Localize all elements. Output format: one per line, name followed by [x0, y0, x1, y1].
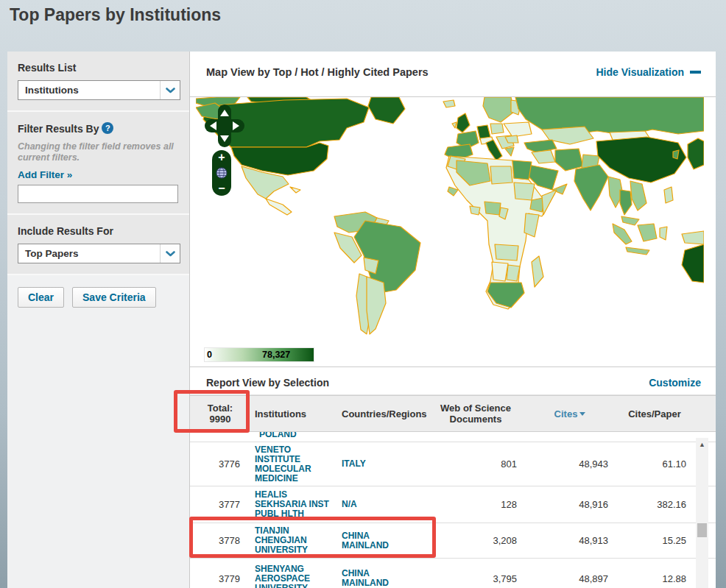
table-row: 3779SHENYANG AEROSPACE UNIVERSITYCHINA M… [190, 559, 716, 588]
row-rank: 3779 [190, 573, 250, 584]
row-country[interactable]: ITALY [337, 459, 427, 469]
row-documents: 3,208 [427, 535, 524, 546]
include-results-select[interactable]: Top Papers [18, 244, 180, 263]
total-header: Total: 9990 [190, 403, 250, 425]
report-title: Report View by Selection [206, 377, 329, 394]
clear-button[interactable]: Clear [18, 287, 64, 308]
row-rank: 3778 [190, 535, 250, 546]
page: Top Papers by Institutions Results List … [0, 0, 726, 588]
row-rank: 3776 [190, 458, 250, 470]
include-results-value: Top Papers [18, 248, 160, 259]
map-country-turkey [524, 140, 557, 152]
map-country-greenland [368, 97, 405, 124]
map-countries[interactable] [196, 97, 704, 334]
chevron-down-icon[interactable] [160, 244, 180, 263]
clipped-institution-text: POLAND [255, 432, 297, 439]
row-country[interactable]: CHINA MAINLAND [337, 531, 427, 550]
world-map-svg[interactable] [196, 97, 704, 343]
legend-max-value: 78,327 [262, 350, 290, 360]
column-header-cites[interactable]: Cites [524, 408, 616, 419]
map-panel: Map View by Top / Hot / Highly Cited Pap… [190, 52, 716, 367]
legend-min-value: 0 [207, 350, 212, 360]
hide-visualization-link[interactable]: Hide Visualization [596, 66, 701, 78]
row-cites: 48,943 [524, 458, 616, 470]
map-country-japan [688, 138, 704, 169]
column-header-institutions: Institutions [250, 408, 337, 419]
filter-note: Changing the filter field removes all cu… [18, 141, 180, 163]
table-row: 3777HEALIS SEKHSARIA INST PUBL HLTHN/A12… [190, 486, 716, 523]
row-country[interactable]: N/A [337, 500, 427, 509]
save-criteria-button[interactable]: Save Criteria [72, 287, 156, 308]
globe-icon[interactable] [216, 167, 228, 179]
map-country-china [596, 137, 686, 183]
zoom-in-icon[interactable]: + [218, 152, 225, 163]
sort-caret-icon [579, 412, 585, 416]
row-institution[interactable]: HEALIS SEKHSARIA INST PUBL HLTH [250, 490, 337, 519]
sidebar-buttons: Clear Save Criteria [7, 275, 189, 318]
map-country-egypt [512, 160, 532, 180]
column-header-cites-per-paper: Cites/Paper [616, 408, 694, 419]
map-zoom-control[interactable]: + − [212, 150, 231, 196]
results-list-label: Results List [18, 62, 180, 74]
table-row: 3776VENETO INSTITUTE MOLECULAR MEDICINEI… [190, 442, 716, 486]
results-list-select[interactable]: Institutions [18, 80, 180, 100]
main-area: Map View by Top / Hot / Highly Cited Pap… [190, 52, 716, 588]
filter-input[interactable] [18, 185, 178, 203]
row-country[interactable]: CHINA MAINLAND [337, 569, 427, 588]
column-header-countries: Countries/Regions [337, 408, 427, 419]
map-country-australia [682, 244, 704, 283]
row-cites-per-paper: 382.16 [616, 499, 694, 510]
row-rank: 3777 [190, 499, 250, 510]
row-institution[interactable]: SHENYANG AEROSPACE UNIVERSITY [250, 564, 337, 588]
row-institution[interactable]: VENETO INSTITUTE MOLECULAR MEDICINE [250, 445, 337, 483]
results-list-section: Results List Institutions [7, 52, 189, 112]
map-pan-control[interactable] [203, 103, 246, 149]
chevron-down-icon[interactable] [160, 81, 180, 99]
minus-icon [690, 71, 701, 74]
table-row: 3778TIANJIN CHENGJIAN UNIVERSITYCHINA MA… [190, 523, 716, 559]
map-title: Map View by Top / Hot / Highly Cited Pap… [206, 66, 429, 78]
table-header-row: Total: 9990 Institutions Countries/Regio… [190, 395, 716, 432]
include-results-label: Include Results For [18, 225, 180, 237]
map-legend: 0 78,327 [204, 347, 314, 362]
map-country-madagascar [532, 256, 543, 287]
map-country-india [574, 165, 608, 210]
page-title: Top Papers by Institutions [10, 5, 221, 25]
row-cites-per-paper: 12.88 [616, 573, 694, 584]
results-list-value: Institutions [18, 85, 160, 96]
row-documents: 128 [427, 499, 524, 510]
content-wrapper: Results List Institutions Filter Results… [7, 52, 716, 588]
table-scrollbar[interactable]: ▲ [696, 438, 708, 588]
customize-link[interactable]: Customize [649, 377, 701, 394]
report-header: Report View by Selection Customize [190, 367, 716, 395]
add-filter-link[interactable]: Add Filter » [18, 169, 180, 180]
table-row-clipped: POLAND [190, 432, 716, 442]
row-cites: 48,913 [524, 535, 616, 546]
world-map: + − [190, 97, 716, 343]
help-icon[interactable]: ? [102, 122, 113, 134]
row-documents: 3,795 [427, 573, 524, 584]
map-country-nigeria [484, 202, 501, 215]
filter-section: Filter Results By? Changing the filter f… [7, 112, 189, 215]
row-cites-per-paper: 61.10 [616, 458, 694, 470]
filter-label: Filter Results By? [18, 122, 180, 135]
row-documents: 801 [427, 458, 524, 470]
row-cites-per-paper: 15.25 [616, 535, 694, 546]
map-country-uk [457, 113, 470, 132]
sidebar: Results List Institutions Filter Results… [7, 52, 190, 588]
scroll-up-arrow-icon[interactable]: ▲ [696, 438, 708, 450]
scrollbar-thumb[interactable] [697, 523, 707, 537]
map-header: Map View by Top / Hot / Highly Cited Pap… [190, 52, 716, 97]
row-institution[interactable]: TIANJIN CHENGJIAN UNIVERSITY [250, 526, 337, 555]
row-cites: 48,897 [524, 573, 616, 584]
map-country-iran [555, 149, 583, 171]
row-cites: 48,916 [524, 499, 616, 510]
column-header-documents: Web of Science Documents [427, 403, 524, 425]
zoom-out-icon[interactable]: − [218, 183, 225, 194]
include-results-section: Include Results For Top Papers [7, 215, 189, 275]
table-body: POLAND 3776VENETO INSTITUTE MOLECULAR ME… [190, 432, 716, 588]
